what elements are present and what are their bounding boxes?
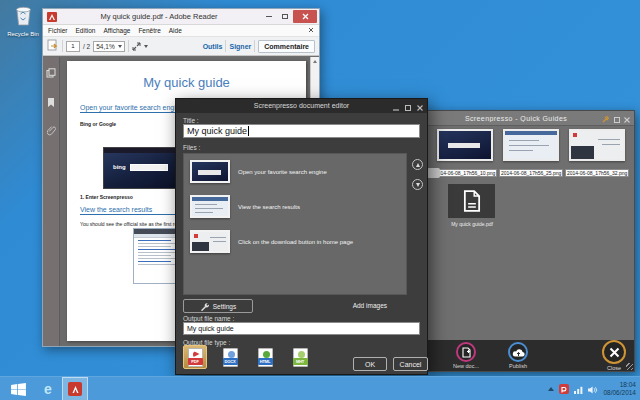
comment-button[interactable]: Commentaire — [258, 40, 315, 53]
zoom-level-value: 54,1% — [96, 43, 114, 50]
send-file-icon[interactable] — [47, 37, 59, 55]
capture-item[interactable]: 2014-06-08_17h56_10.png — [433, 129, 496, 179]
page-thumbnails-icon[interactable] — [46, 64, 56, 82]
minimize-button[interactable] — [393, 97, 399, 115]
capture-item[interactable]: 2014-06-08_17h56_32.png — [565, 129, 628, 179]
title-input-value: My quick guide — [187, 126, 247, 136]
tools-button[interactable]: Outils — [203, 43, 223, 50]
recycle-bin-icon — [14, 12, 33, 29]
capture-item[interactable]: 2014-06-08_17h56_25.png — [499, 129, 562, 179]
chevron-down-icon[interactable] — [144, 45, 148, 48]
toolbar-divider — [225, 40, 226, 52]
bookmarks-icon[interactable] — [47, 93, 55, 111]
recycle-bin[interactable]: Recycle Bin — [3, 4, 43, 37]
adobe-reader-taskbar-button[interactable] — [62, 377, 88, 400]
zoom-level-dropdown[interactable]: 54,1% — [93, 41, 124, 52]
fullscreen-icon[interactable] — [132, 37, 141, 55]
title-input[interactable]: My quick guide — [183, 124, 420, 138]
settings-label: Settings — [213, 303, 237, 310]
move-down-button[interactable] — [412, 179, 423, 190]
capture-filename-2: 2014-06-08_17h56_25.png — [499, 169, 563, 177]
pin-icon[interactable] — [602, 109, 610, 127]
resize-grip[interactable] — [626, 363, 633, 370]
system-tray: 18:04 08/06/2014 — [548, 377, 640, 400]
mht-file-icon: MHT — [293, 348, 308, 367]
close-icon — [624, 117, 630, 123]
bing-logo: bing — [113, 164, 126, 170]
file-list-item[interactable]: Click on the download button in home pag… — [184, 224, 406, 259]
pdf-type-button[interactable]: PDF — [183, 345, 207, 369]
maximize-button[interactable] — [277, 11, 292, 23]
file-list-item[interactable]: Open your favorite search engine — [184, 154, 406, 189]
document-icon — [463, 190, 481, 212]
adobe-titlebar[interactable]: My quick guide.pdf - Adobe Reader — [43, 9, 319, 25]
scroll-up-icon — [313, 60, 317, 63]
html-file-icon: HTML — [258, 348, 273, 367]
move-up-icon — [416, 163, 420, 167]
editor-title: Screenpresso document editor — [176, 99, 427, 113]
screenpresso-quick-guides-window: Screenpresso - Quick Guides 2014-06-08_1… — [425, 110, 635, 372]
adobe-sidebar — [43, 57, 60, 346]
attachments-icon[interactable] — [47, 122, 56, 140]
file-thumbnail-3 — [190, 230, 230, 253]
html-type-button[interactable]: HTML — [253, 345, 277, 369]
title-field-label: Title : — [183, 117, 199, 124]
volume-icon[interactable] — [588, 380, 598, 398]
mht-type-button[interactable]: MHT — [288, 345, 312, 369]
menu-aide[interactable]: Aide — [169, 27, 182, 34]
output-name-input[interactable]: My quick guide — [183, 322, 420, 335]
file-list-item[interactable]: View the search results — [184, 189, 406, 224]
move-up-button[interactable] — [412, 159, 423, 170]
tray-expand-icon[interactable] — [548, 387, 554, 391]
menu-fenetre[interactable]: Fenêtre — [138, 27, 160, 34]
toolbar-divider — [62, 40, 63, 52]
maximize-button[interactable] — [405, 97, 411, 115]
close-button[interactable] — [417, 97, 423, 115]
adobe-logo-icon — [47, 8, 57, 26]
start-button[interactable] — [5, 377, 31, 400]
new-doc-button[interactable]: New doc... — [444, 342, 488, 369]
menu-fichier[interactable]: Fichier — [48, 27, 68, 34]
close-button[interactable] — [624, 109, 630, 127]
pdf-caption-2: You should see the official site as the … — [80, 221, 185, 227]
files-list-label: Files : — [183, 144, 200, 151]
new-doc-icon — [461, 347, 472, 358]
chevron-down-icon — [118, 45, 122, 48]
pdf-file-icon: PDF — [188, 348, 203, 367]
capture-thumbnail-2[interactable] — [503, 129, 559, 161]
clock-date: 08/06/2014 — [603, 389, 636, 396]
output-name-value: My quick guide — [187, 325, 234, 332]
clock[interactable]: 18:04 08/06/2014 — [603, 381, 636, 397]
menu-edition[interactable]: Edition — [76, 27, 96, 34]
desktop: Recycle Bin My quick guide.pdf - Adobe R… — [0, 0, 640, 400]
minimize-button[interactable] — [261, 11, 276, 23]
capture-thumbnails: 2014-06-08_17h56_10.png 2014-06-08_17h56… — [433, 129, 628, 179]
close-button[interactable] — [293, 10, 317, 23]
network-icon[interactable] — [574, 380, 583, 398]
sign-button[interactable]: Signer — [229, 43, 251, 50]
document-close-icon[interactable] — [308, 27, 314, 34]
capture-thumbnail-1[interactable] — [437, 129, 493, 161]
toolbar-divider — [128, 40, 129, 52]
docx-type-button[interactable]: DOCX — [218, 345, 242, 369]
cancel-button[interactable]: Cancel — [393, 357, 428, 371]
ok-button[interactable]: OK — [353, 357, 387, 371]
files-list: Open your favorite search engine View th… — [183, 153, 407, 295]
maximize-button[interactable] — [614, 109, 620, 127]
file-thumbnail-1 — [190, 160, 230, 183]
settings-button[interactable]: Settings — [183, 299, 253, 313]
generated-pdf-tile[interactable] — [448, 184, 495, 218]
menu-affichage[interactable]: Affichage — [103, 27, 130, 34]
internet-explorer-button[interactable]: e — [36, 377, 60, 400]
bing-screenshot: bing — [103, 147, 177, 189]
screenpresso-tray-icon[interactable] — [559, 384, 569, 394]
generated-pdf-label: My quick guide.pdf — [434, 221, 510, 227]
publish-button[interactable]: Publish — [496, 342, 540, 369]
page-number-input[interactable]: 1 — [66, 41, 80, 52]
add-images-button[interactable]: Add images — [353, 302, 387, 309]
capture-thumbnail-3[interactable] — [569, 129, 625, 161]
editor-titlebar[interactable]: Screenpresso document editor — [176, 99, 427, 113]
adobe-toolbar: 1 / 2 54,1% Outils Signer Commentaire — [43, 37, 319, 56]
quick-guides-titlebar[interactable]: Screenpresso - Quick Guides — [426, 111, 634, 126]
file-caption-2: View the search results — [238, 204, 300, 210]
